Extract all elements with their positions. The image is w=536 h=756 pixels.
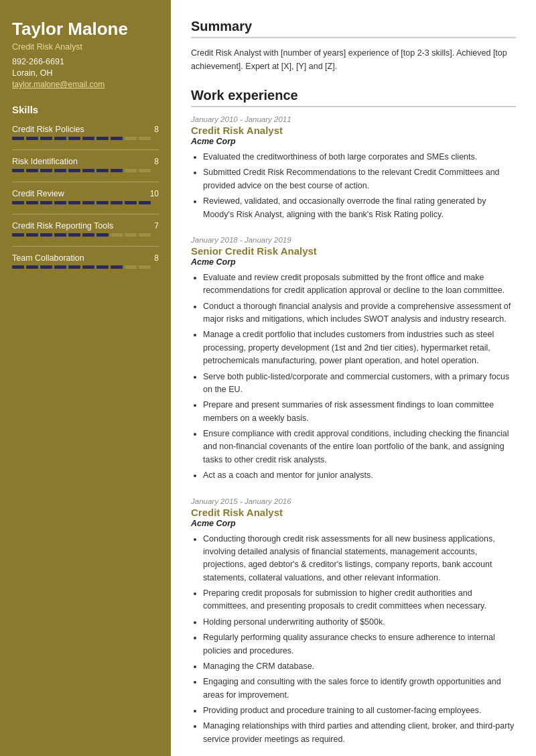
- skill-item: Risk Identification8: [12, 157, 159, 172]
- skill-bar: [12, 233, 159, 237]
- skill-score: 8: [154, 125, 159, 134]
- skill-dot-filled: [68, 137, 80, 140]
- skills-list: Credit Risk Policies8Risk Identification…: [12, 125, 159, 269]
- skill-dot-empty: [111, 233, 123, 237]
- job-company: Acme Corp: [191, 519, 516, 528]
- skill-item: Team Collaboration8: [12, 253, 159, 269]
- candidate-name: Taylor Malone: [12, 19, 159, 40]
- skill-dot-empty: [139, 137, 151, 140]
- skill-dot-filled: [40, 201, 52, 204]
- job-bullet: Reviewed, validated, and occasionally ov…: [203, 195, 516, 221]
- skills-heading: Skills: [12, 104, 159, 115]
- skill-name: Team Collaboration: [12, 253, 84, 263]
- skill-name: Risk Identification: [12, 157, 78, 166]
- skill-item: Credit Review10: [12, 189, 159, 204]
- skill-dot-filled: [111, 201, 123, 204]
- job-bullet: Conduct a thorough financial analysis an…: [203, 300, 516, 326]
- job-bullet: Act as a coach and mentor for junior ana…: [203, 469, 516, 482]
- job-bullet: Ensure compliance with credit approval c…: [203, 428, 516, 466]
- skill-dot-filled: [68, 201, 80, 204]
- candidate-email[interactable]: taylor.malone@email.com: [12, 80, 159, 89]
- skill-dot-filled: [68, 265, 80, 269]
- skill-dot-filled: [26, 137, 38, 140]
- skill-item: Credit Risk Reporting Tools7: [12, 221, 159, 237]
- skill-dot-filled: [68, 169, 80, 172]
- skill-name: Credit Review: [12, 189, 64, 198]
- skill-dot-empty: [125, 265, 137, 269]
- skill-dot-filled: [26, 233, 38, 237]
- skill-dot-filled: [111, 265, 123, 269]
- skill-divider: [12, 149, 159, 150]
- job-entry: January 2010 - January 2011Credit Risk A…: [191, 115, 516, 221]
- skill-dot-filled: [139, 201, 151, 204]
- skill-dot-empty: [139, 233, 151, 237]
- skill-dot-filled: [125, 201, 137, 204]
- job-company: Acme Corp: [191, 257, 516, 267]
- skill-dot-filled: [96, 233, 109, 237]
- skill-dot-filled: [26, 265, 38, 269]
- job-bullet: Preparing credit proposals for submissio…: [203, 587, 516, 613]
- skill-score: 10: [150, 189, 159, 198]
- sidebar: Taylor Malone Credit Risk Analyst 892-26…: [0, 0, 171, 756]
- job-date: January 2015 - January 2016: [191, 497, 516, 505]
- job-bullet: Managing relationships with third partie…: [203, 720, 516, 746]
- job-title: Senior Credit Risk Analyst: [191, 245, 516, 257]
- job-bullets: Conducting thorough credit risk assessme…: [191, 533, 516, 747]
- candidate-phone: 892-266-6691: [12, 57, 159, 66]
- skill-dot-filled: [96, 169, 109, 172]
- skill-dot-filled: [40, 265, 52, 269]
- job-bullets: Evaluate and review credit proposals sub…: [191, 271, 516, 483]
- skill-divider: [12, 214, 159, 214]
- candidate-title: Credit Risk Analyst: [12, 42, 159, 52]
- job-bullet: Managing the CRM database.: [203, 660, 516, 673]
- skill-dot-filled: [82, 265, 94, 269]
- skill-dot-empty: [125, 233, 137, 237]
- skill-dot-filled: [82, 137, 94, 140]
- summary-heading: Summary: [191, 19, 516, 38]
- skill-dot-filled: [111, 137, 123, 140]
- work-heading: Work experience: [191, 88, 516, 107]
- skill-dot-filled: [111, 169, 123, 172]
- skill-dot-filled: [54, 265, 66, 269]
- job-bullet: Conducting thorough credit risk assessme…: [203, 533, 516, 585]
- skill-dot-filled: [68, 233, 80, 237]
- summary-text: Credit Risk Analyst with [number of year…: [191, 46, 516, 73]
- skill-dot-filled: [40, 233, 52, 237]
- skill-dot-filled: [96, 201, 109, 204]
- skill-dot-filled: [12, 201, 24, 204]
- skill-dot-filled: [54, 201, 66, 204]
- skill-dot-empty: [125, 137, 137, 140]
- skill-dot-filled: [12, 233, 24, 237]
- job-bullet: Providing product and procedure training…: [203, 704, 516, 717]
- job-bullets: Evaluated the creditworthiness of both l…: [191, 151, 516, 221]
- skill-dot-empty: [139, 169, 151, 172]
- skill-score: 7: [154, 221, 159, 231]
- skill-dot-filled: [96, 137, 109, 140]
- jobs-list: January 2010 - January 2011Credit Risk A…: [191, 115, 516, 746]
- skill-divider: [12, 246, 159, 247]
- job-entry: January 2018 - January 2019Senior Credit…: [191, 236, 516, 483]
- skill-dot-filled: [40, 137, 52, 140]
- skill-dot-filled: [96, 265, 109, 269]
- skill-name: Credit Risk Reporting Tools: [12, 221, 113, 231]
- skill-dot-empty: [125, 169, 137, 172]
- candidate-location: Lorain, OH: [12, 68, 159, 78]
- job-bullet: Evaluated the creditworthiness of both l…: [203, 151, 516, 164]
- skill-dot-filled: [26, 169, 38, 172]
- skill-dot-filled: [82, 233, 94, 237]
- skill-bar: [12, 201, 159, 204]
- skill-item: Credit Risk Policies8: [12, 125, 159, 140]
- job-bullet: Regularly performing quality assurance c…: [203, 631, 516, 657]
- job-bullet: Submitted Credit Risk Recommendations to…: [203, 166, 516, 192]
- skill-dot-filled: [54, 169, 66, 172]
- skill-score: 8: [154, 253, 159, 263]
- skill-bar: [12, 137, 159, 140]
- job-bullet: Manage a credit portfolio that includes …: [203, 328, 516, 367]
- skill-dot-filled: [40, 169, 52, 172]
- job-company: Acme Corp: [191, 137, 516, 146]
- main-content: Summary Credit Risk Analyst with [number…: [171, 0, 536, 756]
- job-bullet: Evaluate and review credit proposals sub…: [203, 271, 516, 298]
- skill-score: 8: [154, 157, 159, 166]
- job-date: January 2010 - January 2011: [191, 115, 516, 123]
- job-title: Credit Risk Analyst: [191, 125, 516, 136]
